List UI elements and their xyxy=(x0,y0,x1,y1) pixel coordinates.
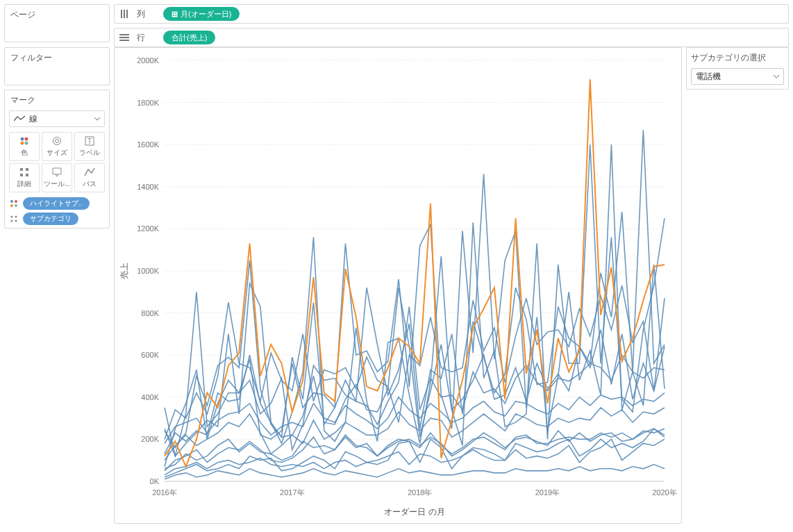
mark-color-assignment[interactable]: ハイライトサブ.. xyxy=(9,197,105,210)
svg-text:2018年: 2018年 xyxy=(408,488,432,497)
svg-text:2019年: 2019年 xyxy=(535,488,560,497)
svg-text:2000K: 2000K xyxy=(137,56,159,65)
mark-path-button[interactable]: パス xyxy=(74,163,105,192)
line-icon xyxy=(14,115,25,122)
svg-point-22 xyxy=(11,220,13,222)
svg-point-7 xyxy=(53,138,61,145)
rows-label: 行 xyxy=(137,32,156,44)
svg-point-16 xyxy=(10,200,13,203)
svg-rect-14 xyxy=(26,174,28,176)
svg-text:オーダー日 の月: オーダー日 の月 xyxy=(384,507,444,517)
chevron-down-icon xyxy=(774,74,779,79)
mark-detail-assignment[interactable]: サブカテゴリ xyxy=(9,213,105,225)
columns-icon xyxy=(119,8,130,19)
svg-text:T: T xyxy=(87,138,92,145)
svg-point-6 xyxy=(25,142,28,145)
svg-text:2017年: 2017年 xyxy=(280,488,304,497)
marks-panel: マーク 線 色 サイズ xyxy=(4,90,110,228)
svg-rect-13 xyxy=(20,174,23,176)
mark-label-button[interactable]: T ラベル xyxy=(74,132,105,161)
chart-view[interactable]: 0K200K400K600K800K1000K1200K1400K1600K18… xyxy=(114,47,682,524)
svg-text:1600K: 1600K xyxy=(137,140,159,149)
mark-type-dropdown[interactable]: 線 xyxy=(9,110,105,127)
svg-point-19 xyxy=(15,204,17,207)
filters-panel[interactable]: フィルター xyxy=(4,47,110,85)
svg-text:1400K: 1400K xyxy=(137,183,159,191)
mark-detail-button[interactable]: 詳細 xyxy=(9,163,40,192)
columns-label: 列 xyxy=(137,8,156,20)
svg-point-17 xyxy=(15,200,17,203)
svg-rect-15 xyxy=(53,168,61,174)
svg-point-5 xyxy=(21,142,24,145)
rows-icon xyxy=(119,32,130,43)
svg-point-20 xyxy=(11,216,13,218)
expand-icon: ⊞ xyxy=(172,10,178,19)
pages-panel: ページ xyxy=(4,4,110,42)
svg-text:600K: 600K xyxy=(141,351,159,359)
rows-shelf[interactable]: 行 合計(売上) xyxy=(114,28,789,47)
columns-pill[interactable]: ⊞月(オーダー日) xyxy=(163,7,240,21)
subcategory-filter-select[interactable]: 電話機 xyxy=(691,68,784,85)
mark-color-button[interactable]: 色 xyxy=(9,132,40,161)
color-icon xyxy=(19,135,30,147)
svg-text:1000K: 1000K xyxy=(137,267,159,275)
marks-title: マーク xyxy=(5,90,109,108)
svg-text:2020年: 2020年 xyxy=(652,488,676,497)
svg-text:400K: 400K xyxy=(141,393,159,401)
svg-point-18 xyxy=(10,204,13,207)
filters-title: フィルター xyxy=(10,52,103,65)
svg-text:1200K: 1200K xyxy=(137,224,159,233)
rows-pill[interactable]: 合計(売上) xyxy=(163,31,215,44)
svg-text:売上: 売上 xyxy=(119,263,129,279)
pages-title: ページ xyxy=(10,9,103,22)
path-icon xyxy=(84,167,95,178)
svg-text:1800K: 1800K xyxy=(137,99,159,107)
tooltip-icon xyxy=(51,167,62,178)
svg-point-23 xyxy=(15,220,17,222)
svg-rect-11 xyxy=(20,168,23,171)
svg-text:800K: 800K xyxy=(141,309,159,317)
columns-shelf[interactable]: 列 ⊞月(オーダー日) xyxy=(114,4,789,24)
svg-text:2016年: 2016年 xyxy=(152,488,176,497)
svg-text:0K: 0K xyxy=(150,477,160,485)
subcategory-filter-title: サブカテゴリの選択 xyxy=(691,52,784,64)
svg-text:200K: 200K xyxy=(141,435,159,443)
mark-tooltip-button[interactable]: ツール... xyxy=(42,163,72,192)
detail-dots-icon xyxy=(9,214,20,224)
size-icon xyxy=(51,135,62,147)
chevron-down-icon xyxy=(94,116,100,122)
mark-size-button[interactable]: サイズ xyxy=(42,132,72,161)
detail-icon xyxy=(19,167,30,178)
subcategory-filter-panel: サブカテゴリの選択 電話機 xyxy=(686,47,789,90)
svg-point-21 xyxy=(15,216,17,218)
svg-point-4 xyxy=(25,138,28,141)
color-dots-icon xyxy=(9,199,20,208)
label-icon: T xyxy=(84,135,95,147)
svg-point-3 xyxy=(21,138,24,141)
svg-point-8 xyxy=(56,140,59,143)
svg-rect-12 xyxy=(26,168,28,171)
